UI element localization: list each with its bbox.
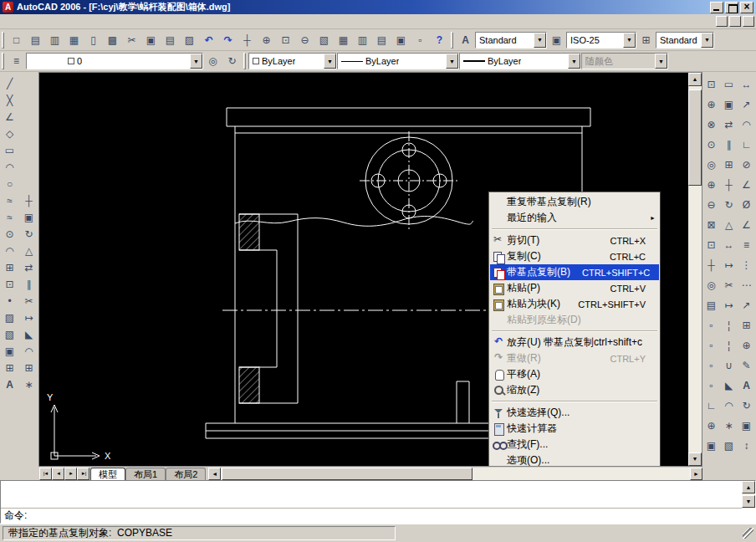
table-style-combo[interactable]: Standard bbox=[656, 32, 714, 49]
context-menu-item[interactable] bbox=[492, 401, 657, 402]
menu-item[interactable] bbox=[12, 14, 23, 28]
lineweight-combo[interactable]: ByLayer bbox=[459, 53, 581, 69]
toolbar-button[interactable] bbox=[1, 376, 19, 393]
drawing-canvas[interactable]: Y X 重复带基点复制(R) bbox=[38, 72, 702, 467]
layout-tab[interactable]: 布局2 bbox=[166, 468, 206, 480]
toolbar-button[interactable] bbox=[411, 31, 430, 49]
toolbar-button[interactable] bbox=[738, 135, 755, 155]
toolbar-button[interactable] bbox=[161, 31, 180, 49]
toolbar-button[interactable] bbox=[738, 74, 755, 95]
toolbar-button[interactable] bbox=[7, 52, 26, 70]
toolbar-button[interactable] bbox=[703, 376, 720, 396]
context-menu-item[interactable]: 缩放(Z) bbox=[490, 382, 659, 398]
toolbar-grip[interactable] bbox=[451, 32, 453, 49]
toolbar-button[interactable] bbox=[257, 31, 276, 49]
toolbar-button[interactable] bbox=[122, 31, 141, 49]
toolbar-button[interactable] bbox=[20, 243, 38, 259]
toolbar-button[interactable] bbox=[141, 31, 161, 49]
tab-first-icon[interactable] bbox=[39, 468, 52, 480]
toolbar-grip[interactable] bbox=[243, 53, 246, 69]
resize-grip-icon[interactable] bbox=[743, 528, 753, 539]
toolbar-button[interactable] bbox=[738, 275, 755, 295]
chevron-down-icon[interactable] bbox=[568, 54, 580, 69]
toolbar-button[interactable] bbox=[703, 235, 720, 255]
toolbar-button[interactable] bbox=[1, 92, 19, 109]
context-menu-item[interactable]: 粘贴到原坐标(D) bbox=[490, 312, 659, 328]
toolbar-button[interactable] bbox=[20, 226, 38, 243]
toolbar-button[interactable] bbox=[703, 175, 720, 195]
toolbar-button[interactable] bbox=[721, 255, 738, 275]
context-menu-item[interactable] bbox=[492, 330, 657, 332]
text-style-button[interactable] bbox=[456, 31, 475, 49]
toolbar-button[interactable] bbox=[222, 52, 242, 70]
toolbar-button[interactable] bbox=[721, 195, 738, 215]
toolbar-button[interactable] bbox=[721, 335, 738, 355]
menu-item[interactable] bbox=[82, 14, 94, 28]
context-menu-item[interactable]: 重做(R) CTRL+Y bbox=[490, 350, 659, 366]
toolbar-button[interactable] bbox=[738, 235, 755, 255]
toolbar-button[interactable] bbox=[738, 335, 755, 355]
toolbar-button[interactable] bbox=[1, 343, 19, 360]
context-menu-item[interactable]: 查找(F)... bbox=[490, 437, 659, 453]
menu-item[interactable] bbox=[47, 14, 59, 28]
scroll-left-icon[interactable] bbox=[208, 468, 221, 480]
toolbar-button[interactable] bbox=[103, 31, 122, 49]
toolbar-button[interactable] bbox=[334, 31, 353, 49]
doc-minimize-icon[interactable] bbox=[716, 16, 728, 27]
toolbar-button[interactable] bbox=[372, 31, 391, 49]
context-menu-item[interactable]: 选项(O)... bbox=[490, 453, 659, 467]
menu-item[interactable] bbox=[105, 14, 117, 28]
toolbar-button[interactable] bbox=[721, 115, 738, 135]
toolbar-button[interactable] bbox=[738, 195, 755, 215]
toolbar-button[interactable] bbox=[20, 376, 38, 393]
scroll-down-icon[interactable] bbox=[742, 495, 755, 508]
toolbar-button[interactable] bbox=[703, 396, 720, 416]
canvas-horizontal-scrollbar[interactable] bbox=[208, 468, 702, 480]
chevron-down-icon[interactable] bbox=[623, 33, 636, 48]
toolbar-grip[interactable] bbox=[2, 53, 4, 69]
toolbar-grip[interactable] bbox=[2, 32, 4, 49]
toolbar-button[interactable] bbox=[738, 436, 755, 456]
toolbar-button[interactable] bbox=[738, 95, 755, 115]
toolbar-button[interactable] bbox=[20, 360, 38, 376]
toolbar-button[interactable] bbox=[721, 215, 738, 235]
layer-combo[interactable]: 0 bbox=[26, 53, 203, 69]
menu-item[interactable] bbox=[23, 14, 35, 28]
toolbar-button[interactable] bbox=[703, 155, 720, 175]
chevron-down-icon[interactable] bbox=[190, 54, 202, 69]
toolbar-button[interactable] bbox=[703, 255, 720, 275]
doc-restore-icon[interactable] bbox=[729, 16, 741, 27]
toolbar-button[interactable] bbox=[703, 315, 720, 335]
context-menu-item[interactable]: 粘贴(P) CTRL+V bbox=[490, 280, 659, 296]
toolbar-button[interactable] bbox=[20, 276, 38, 293]
toolbar-button[interactable] bbox=[1, 226, 19, 243]
tab-prev-icon[interactable] bbox=[52, 468, 64, 480]
toolbar-button[interactable] bbox=[703, 95, 720, 115]
toolbar-button[interactable] bbox=[703, 195, 720, 215]
toolbar-button[interactable] bbox=[721, 416, 738, 436]
toolbar-button[interactable] bbox=[721, 376, 738, 396]
dim-style-combo[interactable]: ISO-25 bbox=[566, 32, 636, 49]
toolbar-button[interactable] bbox=[391, 31, 411, 49]
toolbar-button[interactable] bbox=[1, 176, 19, 192]
toolbar-button[interactable] bbox=[721, 155, 738, 175]
toolbar-button[interactable] bbox=[721, 95, 738, 115]
toolbar-button[interactable] bbox=[721, 235, 738, 255]
toolbar-button[interactable] bbox=[721, 175, 738, 195]
toolbar-button[interactable] bbox=[20, 192, 38, 209]
toolbar-button[interactable] bbox=[64, 31, 84, 49]
context-menu-item[interactable]: 重复带基点复制(R) bbox=[490, 194, 659, 210]
toolbar-button[interactable] bbox=[1, 159, 19, 176]
toolbar-button[interactable] bbox=[20, 259, 38, 276]
toolbar-button[interactable] bbox=[738, 115, 755, 135]
scroll-right-icon[interactable] bbox=[690, 468, 702, 480]
maximize-icon[interactable] bbox=[725, 2, 738, 13]
toolbar-button[interactable] bbox=[353, 31, 372, 49]
toolbar-button[interactable] bbox=[20, 326, 38, 343]
scrollbar-thumb[interactable] bbox=[688, 89, 702, 186]
toolbar-button[interactable] bbox=[738, 355, 755, 376]
toolbar-button[interactable] bbox=[26, 31, 45, 49]
toolbar-button[interactable] bbox=[1, 75, 19, 92]
chevron-down-icon[interactable] bbox=[446, 54, 458, 69]
toolbar-button[interactable] bbox=[203, 52, 222, 70]
